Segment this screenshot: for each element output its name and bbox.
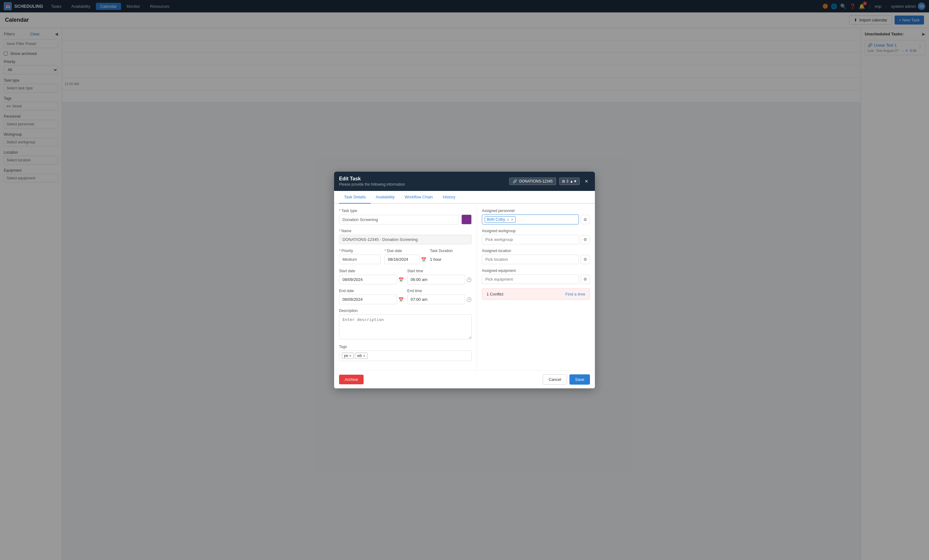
task-count-number: 3	[566, 179, 569, 184]
assigned-personnel-group: Assigned personnel Beth Colby ⚠ ✕ ⚙	[482, 209, 590, 225]
start-date-group: Start date 📅	[339, 269, 404, 285]
personnel-settings-button[interactable]: ⚙	[581, 215, 590, 224]
priority-label: * Priority	[339, 249, 381, 253]
equipment-settings-button[interactable]: ⚙	[581, 275, 590, 284]
name-label: * Name	[339, 229, 472, 233]
save-button[interactable]: Save	[569, 374, 590, 385]
description-group: Description	[339, 309, 472, 340]
assigned-equipment-row: ⚙	[482, 274, 590, 284]
personnel-input-field[interactable]: Beth Colby ⚠ ✕	[482, 214, 579, 225]
end-date-group: End date 📅	[339, 289, 404, 304]
start-time-label: Start time	[407, 269, 472, 273]
edit-task-modal: Edit Task Please provide the following i…	[334, 172, 595, 388]
task-id-badge: 🔗 DONATIONS-12345	[509, 177, 556, 185]
modal-title: Edit Task	[339, 176, 405, 182]
equipment-input[interactable]	[482, 274, 579, 284]
name-input	[339, 235, 472, 244]
archive-button[interactable]: Archive	[339, 375, 363, 384]
task-count-badge: ⊞ 3 ▲▼	[559, 177, 580, 185]
task-type-row: Donation Screening ▼	[339, 214, 472, 225]
location-input[interactable]	[482, 254, 579, 264]
modal-tabs: Task Details Availability Workflow Chain…	[334, 191, 595, 203]
assigned-workgroup-group: Assigned workgroup ⚙	[482, 229, 590, 244]
modal-form-left: * Task type Donation Screening ▼	[334, 203, 477, 370]
modal-header-left: Edit Task Please provide the following i…	[339, 176, 405, 187]
description-textarea[interactable]	[339, 314, 472, 339]
task-type-select[interactable]: Donation Screening	[339, 215, 459, 225]
modal-form-right: Assigned personnel Beth Colby ⚠ ✕ ⚙	[477, 203, 595, 370]
due-date-label: * Due date	[385, 249, 426, 253]
start-date-input[interactable]	[339, 275, 397, 285]
footer-actions: Cancel Save	[543, 374, 590, 385]
end-time-input[interactable]	[407, 295, 465, 304]
modal-body: * Task type Donation Screening ▼	[334, 203, 595, 370]
end-time-group: End time 🕐	[407, 289, 472, 304]
task-id-text: DONATIONS-12345	[519, 179, 553, 184]
tags-label: Tags	[339, 344, 472, 349]
assigned-location-group: Assigned location ⚙	[482, 249, 590, 264]
conflict-count-text: 1 Conflict	[486, 292, 503, 297]
task-duration-group: Task Duration 1 hour	[430, 249, 472, 265]
tab-availability[interactable]: Availability	[371, 191, 400, 203]
link-chain-icon: 🔗	[513, 179, 517, 184]
tag-remove-pe[interactable]: ✕	[349, 354, 351, 358]
modal-close-button[interactable]: ×	[583, 177, 590, 185]
modal-overlay[interactable]: Edit Task Please provide the following i…	[0, 0, 929, 560]
swatch-arrow-icon: ▼	[465, 218, 468, 221]
end-time-clock-icon: 🕐	[466, 297, 472, 302]
task-duration-label: Task Duration	[430, 249, 472, 253]
tab-history[interactable]: History	[438, 191, 460, 203]
personnel-remove-icon[interactable]: ✕	[511, 217, 514, 222]
due-date-group: * Due date 📅	[385, 249, 426, 265]
assigned-personnel-label: Assigned personnel	[482, 209, 590, 213]
workgroup-input[interactable]	[482, 235, 579, 244]
tag-chip-pe: pe ✕	[342, 353, 354, 359]
calendar-icon[interactable]: 📅	[421, 257, 426, 262]
tag-remove-wb[interactable]: ✕	[363, 354, 365, 358]
grid-icon: ⊞	[562, 179, 565, 184]
assigned-equipment-label: Assigned equipment	[482, 269, 590, 273]
cancel-button[interactable]: Cancel	[543, 374, 567, 385]
end-date-label: End date	[339, 289, 404, 293]
assigned-location-label: Assigned location	[482, 249, 590, 253]
tags-group: Tags pe ✕ wb ✕	[339, 344, 472, 361]
start-time-clock-icon: 🕐	[466, 277, 472, 282]
start-row: Start date 📅 Start time 🕐	[339, 269, 472, 289]
priority-due-row: * Priority Medium * Due date	[339, 249, 472, 269]
find-time-link[interactable]: Find a time	[566, 292, 585, 297]
tag-chip-wb: wb ✕	[355, 353, 367, 359]
personnel-chip: Beth Colby ⚠ ✕	[485, 216, 516, 223]
modal-subtitle: Please provide the following information	[339, 182, 405, 187]
start-time-input[interactable]	[407, 275, 465, 285]
end-time-label: End time	[407, 289, 472, 293]
tags-input-container[interactable]: pe ✕ wb ✕	[339, 350, 472, 361]
tab-workflow-chain[interactable]: Workflow Chain	[400, 191, 438, 203]
stepper-arrows[interactable]: ▲▼	[570, 179, 577, 184]
assigned-equipment-group: Assigned equipment ⚙	[482, 269, 590, 284]
start-date-label: Start date	[339, 269, 404, 273]
assigned-location-row: ⚙	[482, 254, 590, 264]
assigned-workgroup-row: ⚙	[482, 235, 590, 244]
task-type-label: * Task type	[339, 209, 472, 213]
due-date-input[interactable]	[385, 254, 420, 264]
priority-group: * Priority Medium	[339, 249, 381, 265]
start-time-group: Start time 🕐	[407, 269, 472, 285]
end-date-input[interactable]	[339, 295, 397, 304]
assigned-personnel-row: Beth Colby ⚠ ✕ ⚙	[482, 214, 590, 225]
task-duration-value: 1 hour	[430, 257, 442, 262]
modal-footer: Archive Cancel Save	[334, 370, 595, 388]
modal-header-right: 🔗 DONATIONS-12345 ⊞ 3 ▲▼ ×	[509, 177, 590, 185]
workgroup-settings-button[interactable]: ⚙	[581, 235, 590, 244]
location-settings-button[interactable]: ⚙	[581, 255, 590, 264]
color-swatch-button[interactable]: ▼	[461, 214, 472, 225]
conflict-bar: 1 Conflict Find a time	[482, 288, 590, 300]
priority-select[interactable]: Medium	[339, 254, 381, 264]
name-group: * Name	[339, 229, 472, 244]
start-date-calendar-icon[interactable]: 📅	[399, 277, 404, 282]
warning-icon: ⚠	[506, 217, 509, 222]
end-row: End date 📅 End time 🕐	[339, 289, 472, 309]
end-date-calendar-icon[interactable]: 📅	[399, 297, 404, 302]
tab-task-details[interactable]: Task Details	[339, 191, 371, 203]
description-label: Description	[339, 309, 472, 313]
modal-header: Edit Task Please provide the following i…	[334, 172, 595, 191]
